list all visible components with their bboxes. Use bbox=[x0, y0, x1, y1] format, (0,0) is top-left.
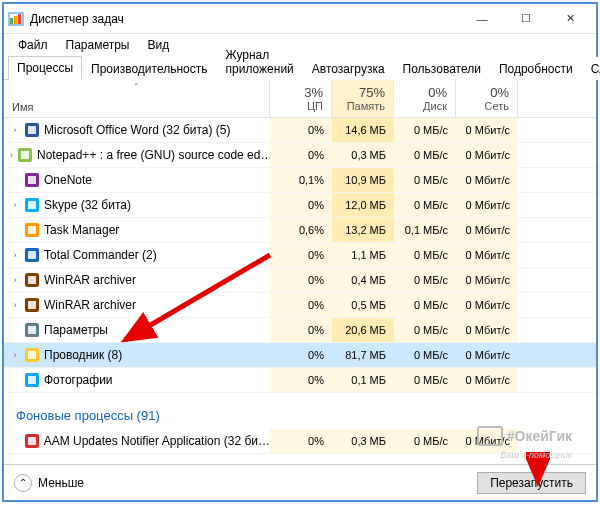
process-name-label: Microsoft Office Word (32 бита) (5) bbox=[44, 123, 231, 137]
expand-icon[interactable]: › bbox=[10, 250, 20, 260]
cpu-cell: 0% bbox=[270, 343, 332, 367]
process-row[interactable]: ›Microsoft Office Word (32 бита) (5)0%14… bbox=[4, 118, 596, 143]
minimize-button[interactable]: — bbox=[460, 5, 504, 33]
process-row[interactable]: ›WinRAR archiver0%0,5 МБ0 МБ/с0 Мбит/с bbox=[4, 293, 596, 318]
collapse-button[interactable]: ⌃ bbox=[14, 474, 32, 492]
process-row[interactable]: ›Notepad++ : a free (GNU) source code ed… bbox=[4, 143, 596, 168]
taskmgr-icon bbox=[24, 222, 40, 238]
svg-rect-23 bbox=[28, 351, 36, 359]
svg-rect-9 bbox=[28, 176, 36, 184]
cpu-cell: 0% bbox=[270, 193, 332, 217]
svg-rect-13 bbox=[28, 226, 36, 234]
disk-cell: 0 МБ/с bbox=[394, 193, 456, 217]
titlebar[interactable]: Диспетчер задач — ☐ ✕ bbox=[4, 4, 596, 34]
expand-icon[interactable]: › bbox=[10, 300, 20, 310]
disk-cell: 0,1 МБ/с bbox=[394, 218, 456, 242]
taskmgr-icon bbox=[8, 11, 24, 27]
network-cell: 0 Мбит/с bbox=[456, 193, 518, 217]
disk-cell: 0 МБ/с bbox=[394, 368, 456, 392]
svg-rect-17 bbox=[28, 276, 36, 284]
menu-options[interactable]: Параметры bbox=[58, 36, 138, 54]
memory-cell: 13,2 МБ bbox=[332, 218, 394, 242]
network-cell: 0 Мбит/с bbox=[456, 218, 518, 242]
tab-3[interactable]: Автозагрузка bbox=[303, 57, 394, 80]
header-network[interactable]: 0% Сеть bbox=[456, 80, 518, 117]
process-name-label: Notepad++ : a free (GNU) source code ed… bbox=[37, 148, 270, 162]
process-name-label: OneNote bbox=[44, 173, 92, 187]
network-cell: 0 Мбит/с bbox=[456, 143, 518, 167]
expand-icon[interactable]: › bbox=[10, 150, 13, 160]
process-name-cell: ›WinRAR archiver bbox=[4, 272, 270, 288]
process-name-cell: ›Microsoft Office Word (32 бита) (5) bbox=[4, 122, 270, 138]
chevron-up-icon: ⌃ bbox=[19, 477, 27, 488]
expand-icon[interactable]: › bbox=[10, 200, 20, 210]
menu-view[interactable]: Вид bbox=[139, 36, 177, 54]
process-name-cell: ›Проводник (8) bbox=[4, 347, 270, 363]
process-name-cell: AAM Updates Notifier Application (32 би… bbox=[4, 433, 270, 449]
header-name[interactable]: ⌃ Имя bbox=[4, 80, 270, 117]
process-row[interactable]: Параметры0%20,6 МБ0 МБ/с0 Мбит/с bbox=[4, 318, 596, 343]
svg-rect-11 bbox=[28, 201, 36, 209]
process-name-cell: ›Notepad++ : a free (GNU) source code ed… bbox=[4, 147, 270, 163]
expand-icon[interactable]: › bbox=[10, 350, 20, 360]
onenote-icon bbox=[24, 172, 40, 188]
process-row[interactable]: Task Manager0,6%13,2 МБ0,1 МБ/с0 Мбит/с bbox=[4, 218, 596, 243]
process-row[interactable]: ›Skype (32 бита)0%12,0 МБ0 МБ/с0 Мбит/с bbox=[4, 193, 596, 218]
header-disk[interactable]: 0% Диск bbox=[394, 80, 456, 117]
process-row[interactable]: ›Проводник (8)0%81,7 МБ0 МБ/с0 Мбит/с bbox=[4, 343, 596, 368]
svg-rect-15 bbox=[28, 251, 36, 259]
process-row[interactable]: ›Total Commander (2)0%1,1 МБ0 МБ/с0 Мбит… bbox=[4, 243, 596, 268]
column-headers: ⌃ Имя 3% ЦП 75% Память 0% Диск 0% Сеть bbox=[4, 80, 596, 118]
header-disk-pct: 0% bbox=[428, 85, 447, 100]
memory-cell: 0,5 МБ bbox=[332, 293, 394, 317]
svg-rect-19 bbox=[28, 301, 36, 309]
process-name-cell: ›Total Commander (2) bbox=[4, 247, 270, 263]
word-icon bbox=[24, 122, 40, 138]
process-row[interactable]: Фотографии0%0,1 МБ0 МБ/с0 Мбит/с bbox=[4, 368, 596, 393]
tab-5[interactable]: Подробности bbox=[490, 57, 582, 80]
process-list: ›Microsoft Office Word (32 бита) (5)0%14… bbox=[4, 118, 596, 464]
tab-1[interactable]: Производительность bbox=[82, 57, 216, 80]
header-cpu[interactable]: 3% ЦП bbox=[270, 80, 332, 117]
tab-6[interactable]: Службы bbox=[582, 57, 600, 80]
disk-cell: 0 МБ/с bbox=[394, 343, 456, 367]
process-name-cell: OneNote bbox=[4, 172, 270, 188]
network-cell: 0 Мбит/с bbox=[456, 268, 518, 292]
disk-cell: 0 МБ/с bbox=[394, 268, 456, 292]
memory-cell: 0,4 МБ bbox=[332, 268, 394, 292]
header-name-label: Имя bbox=[12, 101, 33, 113]
expand-icon[interactable]: › bbox=[10, 275, 20, 285]
network-cell: 0 Мбит/с bbox=[456, 318, 518, 342]
maximize-button[interactable]: ☐ bbox=[504, 5, 548, 33]
disk-cell: 0 МБ/с bbox=[394, 293, 456, 317]
svg-rect-2 bbox=[14, 16, 17, 24]
fewer-details-label[interactable]: Меньше bbox=[38, 476, 84, 490]
expand-icon[interactable]: › bbox=[10, 125, 20, 135]
close-button[interactable]: ✕ bbox=[548, 5, 592, 33]
cpu-cell: 0,1% bbox=[270, 168, 332, 192]
cpu-cell: 0% bbox=[270, 318, 332, 342]
restart-button[interactable]: Перезапустить bbox=[477, 472, 586, 494]
svg-rect-5 bbox=[28, 126, 36, 134]
process-row[interactable]: OneNote0,1%10,9 МБ0 МБ/с0 Мбит/с bbox=[4, 168, 596, 193]
tab-4[interactable]: Пользователи bbox=[394, 57, 490, 80]
process-name-cell: Параметры bbox=[4, 322, 270, 338]
network-cell: 0 Мбит/с bbox=[456, 243, 518, 267]
totcmd-icon bbox=[24, 247, 40, 263]
restart-button-label: Перезапустить bbox=[490, 476, 573, 490]
process-row[interactable]: AAM Updates Notifier Application (32 би…… bbox=[4, 429, 596, 454]
tab-0[interactable]: Процессы bbox=[8, 56, 82, 80]
process-row[interactable]: ›WinRAR archiver0%0,4 МБ0 МБ/с0 Мбит/с bbox=[4, 268, 596, 293]
disk-cell: 0 МБ/с bbox=[394, 143, 456, 167]
process-name-label: Task Manager bbox=[44, 223, 119, 237]
memory-cell: 0,3 МБ bbox=[332, 429, 394, 453]
header-disk-label: Диск bbox=[423, 100, 447, 112]
network-cell: 0 Мбит/с bbox=[456, 343, 518, 367]
menu-file[interactable]: Файл bbox=[10, 36, 56, 54]
header-memory[interactable]: 75% Память bbox=[332, 80, 394, 117]
tab-2[interactable]: Журнал приложений bbox=[217, 43, 303, 80]
winrar-icon bbox=[24, 297, 40, 313]
cpu-cell: 0% bbox=[270, 268, 332, 292]
cpu-cell: 0% bbox=[270, 243, 332, 267]
process-name-label: Skype (32 бита) bbox=[44, 198, 131, 212]
